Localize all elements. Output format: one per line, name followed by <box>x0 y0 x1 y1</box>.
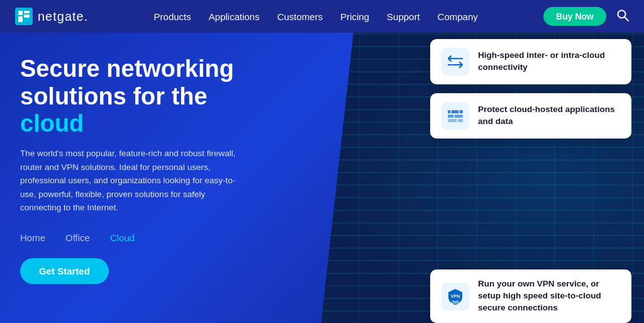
hero-tabs: Home Office Cloud <box>20 232 244 243</box>
nav-link-pricing[interactable]: Pricing <box>340 11 369 22</box>
svg-rect-7 <box>448 115 463 118</box>
feature-card-2: Protect cloud-hosted applications and da… <box>430 93 631 139</box>
svg-rect-12 <box>458 110 460 113</box>
tab-home[interactable]: Home <box>20 232 45 243</box>
tab-cloud[interactable]: Cloud <box>110 232 135 243</box>
hero-title-highlight: cloud <box>20 110 84 137</box>
nav-right: Buy Now <box>543 7 629 26</box>
hero-title: Secure networking solutions for the clou… <box>20 55 244 138</box>
nav-link-support[interactable]: Support <box>387 11 420 22</box>
card-icon-shuffle <box>441 48 469 76</box>
tab-office[interactable]: Office <box>65 232 90 243</box>
buy-now-button[interactable]: Buy Now <box>543 7 606 26</box>
svg-rect-0 <box>18 11 23 15</box>
svg-rect-11 <box>457 119 458 122</box>
hero-description: The world's most popular, feature-rich a… <box>20 147 244 215</box>
navigation: netgate. Products Applications Customers… <box>0 0 644 33</box>
svg-rect-2 <box>24 14 30 18</box>
card-icon-vpn: VPN <box>441 283 469 310</box>
svg-line-5 <box>625 17 628 21</box>
card-3-text: Run your own VPN service, or setup high … <box>478 278 620 314</box>
nav-links: Products Applications Customers Pricing … <box>154 11 478 22</box>
svg-rect-8 <box>448 119 463 122</box>
card-icon-firewall <box>441 102 469 130</box>
hero-visual: High-speed inter- or intra-cloud connect… <box>264 33 644 323</box>
card-1-text: High-speed inter- or intra-cloud connect… <box>478 50 620 74</box>
search-icon[interactable] <box>616 9 629 25</box>
logo: netgate. <box>15 8 88 25</box>
feature-card-1: High-speed inter- or intra-cloud connect… <box>430 39 631 84</box>
hero-content: Secure networking solutions for the clou… <box>0 33 264 323</box>
nav-link-company[interactable]: Company <box>438 11 478 22</box>
nav-link-customers[interactable]: Customers <box>277 11 323 22</box>
feature-cards: High-speed inter- or intra-cloud connect… <box>430 33 631 323</box>
svg-text:VPN: VPN <box>451 294 460 298</box>
svg-rect-3 <box>18 16 23 22</box>
hero-section: Secure networking solutions for the clou… <box>0 33 644 323</box>
nav-link-applications[interactable]: Applications <box>209 11 260 22</box>
svg-rect-1 <box>24 11 30 13</box>
card-2-text: Protect cloud-hosted applications and da… <box>478 104 620 128</box>
logo-icon <box>15 8 33 25</box>
nav-link-products[interactable]: Products <box>154 11 191 22</box>
logo-text: netgate. <box>38 9 88 24</box>
svg-rect-10 <box>453 115 455 118</box>
svg-rect-6 <box>448 110 463 113</box>
feature-card-3: VPN Run your own VPN service, or setup h… <box>430 269 631 323</box>
svg-rect-9 <box>450 110 452 113</box>
get-started-button[interactable]: Get Started <box>20 258 109 284</box>
